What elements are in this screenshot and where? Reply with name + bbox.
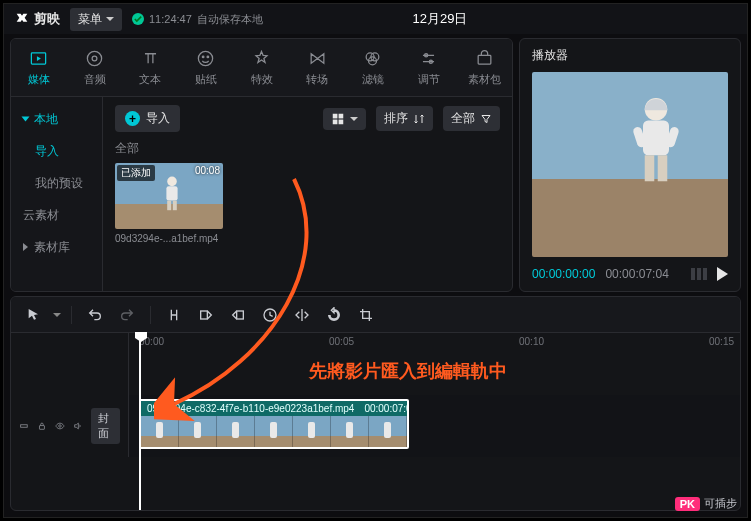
project-title[interactable]: 12月29日 [273,10,607,28]
svg-rect-14 [333,119,338,124]
thumbnail-figure [160,175,184,215]
svg-rect-30 [39,426,44,430]
tab-sticker[interactable]: 贴纸 [178,39,234,96]
delete-right-tool[interactable] [225,303,251,327]
timeline-clip[interactable]: 09d3294e-c832-4f7e-b110-e9e0223a1bef.mp4… [139,399,409,449]
svg-point-5 [207,56,209,58]
rotate-tool[interactable] [321,303,347,327]
svg-rect-18 [168,200,172,210]
svg-rect-21 [643,121,669,156]
autosave-status: 11:24:47 自动保存本地 [132,12,263,27]
caret-down-icon [22,117,30,122]
audio-icon [85,49,104,68]
filter-icon [363,49,382,68]
filter-button[interactable]: 全部 [443,106,500,131]
grid-icon [331,112,345,126]
caret-right-icon [23,243,28,251]
autosave-text: 自动保存本地 [197,12,263,27]
import-button[interactable]: + 导入 [115,105,180,132]
chevron-down-icon [106,17,114,21]
sticker-icon [196,49,215,68]
main-menu-button[interactable]: 菜单 [70,8,122,31]
cover-button[interactable]: 封面 [91,408,121,444]
svg-point-1 [87,51,101,65]
app-logo: 剪映 [14,10,60,28]
media-thumbnail[interactable]: 已添加 00:08 09d3294e-...a1bef.mp4 [115,163,223,244]
collapse-icon[interactable] [19,419,29,433]
thumbnail-filename: 09d3294e-...a1bef.mp4 [115,233,223,244]
effect-icon [252,49,271,68]
tab-media[interactable]: 媒体 [11,39,67,96]
video-track[interactable]: 09d3294e-c832-4f7e-b110-e9e0223a1bef.mp4… [129,395,740,457]
check-icon [132,13,144,25]
sidebar-item-cloud[interactable]: 云素材 [11,199,102,231]
svg-point-16 [168,176,178,186]
svg-point-3 [199,51,213,65]
speed-tool[interactable] [257,303,283,327]
transition-icon [308,49,327,68]
view-mode-button[interactable] [323,108,366,130]
sort-icon [413,113,425,125]
clip-filename: 09d3294e-c832-4f7e-b110-e9e0223a1bef.mp4 [147,403,354,414]
watermark: PK 可插步 [675,496,737,511]
chevron-down-icon [350,117,358,121]
pack-icon [475,49,494,68]
media-sidebar: 本地 导入 我的预设 云素材 素材库 [11,97,103,291]
timeline-toolbar [11,297,740,333]
adjust-icon [419,49,438,68]
undo-button[interactable] [82,303,108,327]
selection-tool[interactable] [21,303,47,327]
sidebar-item-local[interactable]: 本地 [11,103,102,135]
svg-rect-27 [237,311,244,319]
media-icon [29,49,48,68]
eye-icon[interactable] [55,419,65,433]
category-tabs: 媒体 音频 文本 贴纸 特效 [11,39,512,97]
svg-rect-26 [201,311,208,319]
speaker-icon[interactable] [73,419,83,433]
sort-button[interactable]: 排序 [376,106,433,131]
svg-rect-12 [333,113,338,118]
crop-tool[interactable] [353,303,379,327]
tab-pack[interactable]: 素材包 [456,39,512,96]
sidebar-item-import[interactable]: 导入 [11,135,102,167]
plus-icon: + [125,111,140,126]
autosave-time: 11:24:47 [149,13,192,25]
tab-adjust[interactable]: 调节 [401,39,457,96]
svg-point-31 [58,425,60,427]
track-header: 封面 [11,395,129,457]
svg-rect-11 [478,55,491,64]
media-breadcrumb: 全部 [103,140,512,163]
delete-left-tool[interactable] [193,303,219,327]
sidebar-item-preset[interactable]: 我的预设 [11,167,102,199]
tab-text[interactable]: 文本 [122,39,178,96]
tutorial-annotation: 先將影片匯入到編輯軌中 [309,359,507,383]
tab-transition[interactable]: 转场 [289,39,345,96]
tab-filter[interactable]: 滤镜 [345,39,401,96]
main-menu-label: 菜单 [78,11,102,28]
timecode-current: 00:00:00:00 [532,267,595,281]
split-tool[interactable] [161,303,187,327]
play-button[interactable] [717,267,728,281]
thumbnail-duration: 00:08 [195,165,220,176]
lock-icon[interactable] [37,419,47,433]
preview-title: 播放器 [520,39,740,72]
tab-effect[interactable]: 特效 [234,39,290,96]
svg-rect-15 [339,119,344,124]
mirror-tool[interactable] [289,303,315,327]
svg-point-2 [92,56,97,61]
preview-canvas[interactable] [532,72,728,257]
svg-rect-13 [339,113,344,118]
added-badge: 已添加 [117,165,155,181]
redo-button[interactable] [114,303,140,327]
timecode-total: 00:00:07:04 [605,267,668,281]
chevron-down-icon [53,313,61,317]
clip-duration: 00:00:07:04 [364,403,409,414]
sidebar-item-library[interactable]: 素材库 [11,231,102,263]
ratio-button[interactable] [691,268,707,280]
text-icon [141,49,160,68]
tab-audio[interactable]: 音频 [67,39,123,96]
timeline-ruler[interactable]: 00:00 00:05 00:10 00:15 [129,333,740,353]
svg-rect-17 [167,186,178,200]
preview-figure [630,94,682,194]
svg-point-4 [203,56,205,58]
